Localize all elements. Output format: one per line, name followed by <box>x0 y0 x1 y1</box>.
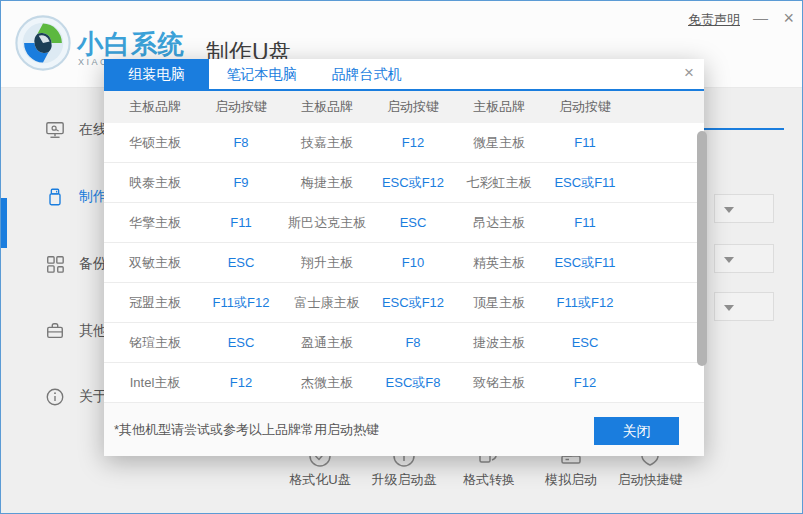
sidebar-selection-indicator <box>1 198 7 248</box>
background-dropdown[interactable] <box>714 244 774 273</box>
chevron-down-icon <box>724 207 734 213</box>
sidebar-item-about[interactable]: 关于 <box>45 386 107 408</box>
boot-key-value: F10 <box>370 255 456 270</box>
app-logo-icon <box>15 15 71 71</box>
boot-key-value: F8 <box>198 135 284 150</box>
online-reinstall-icon <box>45 120 65 140</box>
motherboard-brand: 微星主板 <box>456 134 542 152</box>
table-row: 华硕主板F8技嘉主板F12微星主板F11 <box>104 123 704 163</box>
motherboard-brand: 双敏主板 <box>112 254 198 272</box>
background-dropdown[interactable] <box>714 292 774 321</box>
toolbar-item-label: 模拟启动 <box>529 471 613 489</box>
toolbar-item-label: 启动快捷键 <box>608 471 692 489</box>
motherboard-brand: 技嘉主板 <box>284 134 370 152</box>
toolbar-item-label: 格式化U盘 <box>278 471 362 489</box>
table-row: 铭瑄主板ESC盈通主板F8捷波主板ESC <box>104 323 704 363</box>
column-header: 启动按键 <box>370 98 456 116</box>
table-row: 冠盟主板F11或F12富士康主板ESC或F12顶星主板F11或F12 <box>104 283 704 323</box>
boot-key-value: ESC或F11 <box>542 254 628 272</box>
motherboard-brand: 昂达主板 <box>456 214 542 232</box>
table-header-row: 主板品牌启动按键主板品牌启动按键主板品牌启动按键 <box>104 91 704 123</box>
toolbar-item-label: 升级启动盘 <box>362 471 446 489</box>
backup-restore-icon <box>45 254 65 274</box>
tab-brand-desktop[interactable]: 品牌台式机 <box>314 59 419 89</box>
motherboard-brand: 映泰主板 <box>112 174 198 192</box>
sidebar-item-label: 制作 <box>79 188 107 206</box>
boot-hotkey-dialog: 组装电脑 笔记本电脑 品牌台式机 × 主板品牌启动按键主板品牌启动按键主板品牌启… <box>104 59 704 456</box>
boot-key-value: ESC <box>542 335 628 350</box>
chevron-down-icon <box>724 257 734 263</box>
boot-key-value: F11 <box>542 215 628 230</box>
toolbar-item-label: 格式转换 <box>447 471 531 489</box>
motherboard-brand: 翔升主板 <box>284 254 370 272</box>
boot-key-value: ESC <box>370 215 456 230</box>
boot-key-table-body: 华硕主板F8技嘉主板F12微星主板F11映泰主板F9梅捷主板ESC或F12七彩虹… <box>104 123 704 403</box>
boot-key-value: ESC <box>198 255 284 270</box>
sidebar-item-make-usb[interactable]: 制作 <box>45 186 107 208</box>
motherboard-brand: 顶星主板 <box>456 294 542 312</box>
toolbox-icon <box>45 321 65 341</box>
boot-key-value: F11 <box>198 215 284 230</box>
sidebar-item-label: 在线 <box>79 121 107 139</box>
column-header: 主板品牌 <box>112 98 198 116</box>
boot-key-value: F11 <box>542 135 628 150</box>
info-icon <box>45 387 65 407</box>
chevron-down-icon <box>724 305 734 311</box>
app-window: 小白系统 XIAOBAI 免责声明 — × 制作U盘 在线 制作 <box>0 0 803 514</box>
background-dropdown[interactable] <box>714 194 774 223</box>
dialog-tab-bar: 组装电脑 笔记本电脑 品牌台式机 × <box>104 59 704 91</box>
boot-key-value: ESC或F8 <box>370 374 456 392</box>
column-header: 启动按键 <box>542 98 628 116</box>
motherboard-brand: 盈通主板 <box>284 334 370 352</box>
motherboard-brand: 华硕主板 <box>112 134 198 152</box>
tab-laptop[interactable]: 笔记本电脑 <box>209 59 314 89</box>
motherboard-brand: Intel主板 <box>112 374 198 392</box>
motherboard-brand: 杰微主板 <box>284 374 370 392</box>
motherboard-brand: 华擎主板 <box>112 214 198 232</box>
background-tab-underline <box>704 128 784 130</box>
table-row: 映泰主板F9梅捷主板ESC或F12七彩虹主板ESC或F11 <box>104 163 704 203</box>
boot-key-value: ESC或F12 <box>370 174 456 192</box>
motherboard-brand: 富士康主板 <box>284 294 370 312</box>
sidebar-item-label: 关于 <box>79 388 107 406</box>
column-header: 主板品牌 <box>284 98 370 116</box>
footer-note: *其他机型请尝试或参考以上品牌常用启动热键 <box>114 421 379 439</box>
table-row: 华擎主板F11斯巴达克主板ESC昂达主板F11 <box>104 203 704 243</box>
column-header: 启动按键 <box>198 98 284 116</box>
tab-assembled-pc[interactable]: 组装电脑 <box>104 59 209 89</box>
boot-key-value: F12 <box>542 375 628 390</box>
column-header: 主板品牌 <box>456 98 542 116</box>
boot-key-value: F11或F12 <box>542 294 628 312</box>
modal-scrollbar[interactable] <box>697 131 707 366</box>
motherboard-brand: 斯巴达克主板 <box>284 214 370 232</box>
motherboard-brand: 七彩虹主板 <box>456 174 542 192</box>
dialog-footer: *其他机型请尝试或参考以上品牌常用启动热键 关闭 <box>104 403 704 456</box>
table-row: 双敏主板ESC翔升主板F10精英主板ESC或F11 <box>104 243 704 283</box>
usb-drive-icon <box>45 187 65 207</box>
sidebar-item-online-reinstall[interactable]: 在线 <box>45 119 107 141</box>
motherboard-brand: 捷波主板 <box>456 334 542 352</box>
disclaimer-link[interactable]: 免责声明 <box>688 11 740 29</box>
motherboard-brand: 致铭主板 <box>456 374 542 392</box>
boot-key-value: ESC或F11 <box>542 174 628 192</box>
sidebar-item-other-tools[interactable]: 其他 <box>45 320 107 342</box>
sidebar-item-label: 其他 <box>79 322 107 340</box>
sidebar-item-label: 备份 <box>79 255 107 273</box>
close-dialog-button[interactable]: 关闭 <box>594 417 679 445</box>
motherboard-brand: 铭瑄主板 <box>112 334 198 352</box>
table-row: Intel主板F12杰微主板ESC或F8致铭主板F12 <box>104 363 704 403</box>
motherboard-brand: 精英主板 <box>456 254 542 272</box>
window-close-button[interactable]: × <box>783 8 794 29</box>
boot-key-value: F9 <box>198 175 284 190</box>
boot-key-value: F12 <box>198 375 284 390</box>
boot-key-value: F12 <box>370 135 456 150</box>
boot-key-value: ESC <box>198 335 284 350</box>
boot-key-value: F11或F12 <box>198 294 284 312</box>
motherboard-brand: 冠盟主板 <box>112 294 198 312</box>
boot-key-value: ESC或F12 <box>370 294 456 312</box>
motherboard-brand: 梅捷主板 <box>284 174 370 192</box>
sidebar-item-backup-restore[interactable]: 备份 <box>45 253 107 275</box>
minimize-button[interactable]: — <box>753 9 768 26</box>
boot-key-value: F8 <box>370 335 456 350</box>
dialog-close-icon[interactable]: × <box>684 63 694 83</box>
